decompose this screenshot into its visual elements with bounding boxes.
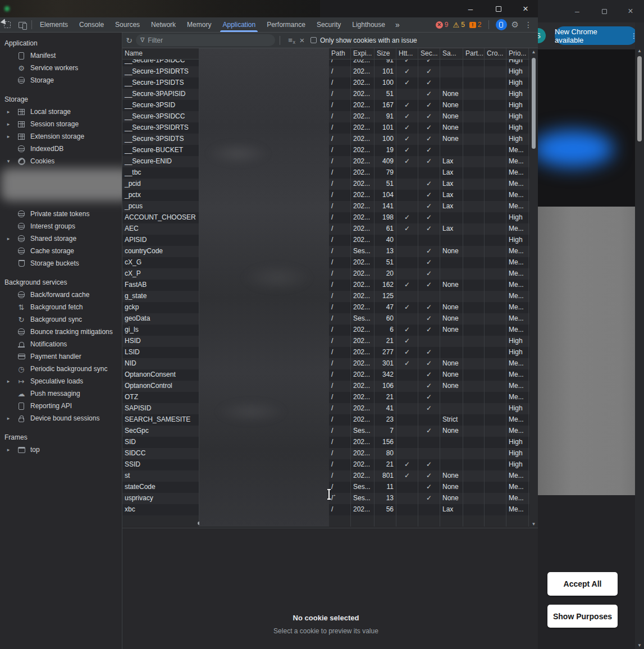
card-icon bbox=[17, 352, 26, 361]
cell bbox=[440, 77, 463, 89]
sidebar-item-periodic-background-sync[interactable]: ◷Periodic background sync bbox=[0, 363, 122, 375]
device-toolbar-button[interactable] bbox=[15, 17, 29, 32]
tab-application[interactable]: Application bbox=[217, 17, 261, 32]
cell: / bbox=[329, 235, 351, 246]
column-header-path[interactable]: Path bbox=[329, 48, 351, 59]
chevron-right-icon[interactable]: ▸ bbox=[4, 121, 12, 127]
column-header-cro[interactable]: Cro... bbox=[485, 48, 506, 59]
cell: ✓ bbox=[396, 470, 418, 482]
cell: 202... bbox=[351, 179, 374, 190]
cell bbox=[463, 347, 485, 358]
sidebar-item-background-fetch[interactable]: ⇅Background fetch bbox=[0, 301, 122, 313]
sidebar-item-interest-groups[interactable]: Interest groups bbox=[0, 220, 122, 232]
errors-badge[interactable]: ✕ 9 bbox=[436, 21, 449, 29]
cell bbox=[485, 66, 506, 77]
sidebar-item-back-forward-cache[interactable]: Back/forward cache bbox=[0, 289, 122, 301]
blurred-selected-cookie-domain[interactable] bbox=[0, 167, 122, 208]
tab-security[interactable]: Security bbox=[311, 17, 346, 32]
sidebar-item-indexeddb[interactable]: IndexedDB bbox=[0, 143, 122, 155]
vertical-scrollbar-thumb[interactable] bbox=[532, 58, 536, 149]
tab-memory[interactable]: Memory bbox=[181, 17, 217, 32]
vertical-scrollbar[interactable]: ▲ ▼ bbox=[529, 48, 538, 528]
sidebar-item-device-bound-sessions[interactable]: ▸Device bound sessions bbox=[0, 412, 122, 424]
accept-all-button[interactable]: Accept All bbox=[547, 572, 618, 596]
chevron-right-icon[interactable]: ▸ bbox=[4, 447, 12, 453]
page-scrollbar-thumb[interactable] bbox=[637, 56, 642, 141]
column-header-expi[interactable]: Expi... bbox=[351, 48, 374, 59]
sidebar-item-reporting-api[interactable]: Reporting API bbox=[0, 400, 122, 412]
issues-badge[interactable]: ! 2 bbox=[469, 21, 482, 29]
more-tabs-button[interactable]: » bbox=[391, 20, 404, 29]
issue-filter-checkbox[interactable] bbox=[310, 37, 317, 43]
tab-performance[interactable]: Performance bbox=[261, 17, 311, 32]
sidebar-item-cache-storage[interactable]: Cache storage bbox=[0, 245, 122, 257]
delete-all-cookies-button[interactable]: × bbox=[296, 35, 308, 45]
tab-elements[interactable]: Elements bbox=[34, 17, 74, 32]
sidebar-item-shared-storage[interactable]: ▸Shared storage bbox=[0, 232, 122, 245]
sidebar-item-background-sync[interactable]: ↻Background sync bbox=[0, 313, 122, 326]
sidebar-item-service-workers[interactable]: ⚙Service workers bbox=[0, 62, 122, 74]
chevron-right-icon[interactable]: ▸ bbox=[4, 236, 12, 241]
warnings-badge[interactable]: ⚠ 5 bbox=[453, 21, 465, 29]
devtools-close-button[interactable]: × bbox=[513, 0, 538, 17]
cell bbox=[463, 89, 485, 100]
cell bbox=[463, 156, 485, 167]
sidebar-item-top[interactable]: ▸top bbox=[0, 444, 122, 456]
new-chrome-available-button[interactable]: New Chrome available ⋮ bbox=[555, 26, 637, 45]
filter-placeholder: Filter bbox=[148, 36, 163, 44]
browser-minimize-button[interactable]: – bbox=[566, 0, 588, 22]
sidebar-item-label: Shared storage bbox=[30, 235, 76, 243]
maximize-icon bbox=[496, 6, 501, 12]
tab-console[interactable]: Console bbox=[74, 17, 109, 32]
inspect-element-button[interactable] bbox=[0, 17, 15, 32]
tab-network[interactable]: Network bbox=[145, 17, 181, 32]
devtools-minimize-button[interactable]: – bbox=[458, 0, 483, 17]
cell bbox=[463, 134, 485, 145]
sidebar-item-storage[interactable]: Storage bbox=[0, 74, 122, 86]
column-header-sa[interactable]: Sa... bbox=[440, 48, 463, 59]
devtools-menu-button[interactable]: ⋮ bbox=[523, 20, 536, 29]
sidebar-item-speculative-loads[interactable]: ▸↦Speculative loads bbox=[0, 375, 122, 387]
sidebar-item-private-state-tokens[interactable]: Private state tokens bbox=[0, 208, 122, 220]
browser-restore-button[interactable] bbox=[593, 0, 615, 22]
clear-filter-button[interactable]: ≡x bbox=[285, 36, 296, 44]
refresh-button[interactable]: ↻ bbox=[122, 36, 136, 45]
scroll-up-arrow-icon[interactable]: ▲ bbox=[529, 49, 538, 54]
page-scroll-down-icon[interactable]: ▼ bbox=[635, 643, 644, 648]
sidebar-item-bounce-tracking-mitigations[interactable]: Bounce tracking mitigations bbox=[0, 326, 122, 338]
sidebar-item-local-storage[interactable]: ▸Local storage bbox=[0, 106, 122, 118]
filter-input[interactable]: ∇ Filter bbox=[136, 34, 275, 46]
cell: High bbox=[506, 437, 529, 448]
sidebar-item-notifications[interactable]: Notifications bbox=[0, 338, 122, 350]
page-scroll-up-icon[interactable]: ▲ bbox=[635, 48, 644, 53]
sidebar-item-storage-buckets[interactable]: Storage buckets bbox=[0, 257, 122, 269]
sidebar-item-cookies[interactable]: ▾Cookies bbox=[0, 155, 122, 167]
show-purposes-button[interactable]: Show Purposes bbox=[547, 605, 618, 628]
tab-lighthouse[interactable]: Lighthouse bbox=[346, 17, 391, 32]
scroll-down-arrow-icon[interactable]: ▼ bbox=[529, 522, 538, 527]
sidebar-item-extension-storage[interactable]: ▸Extension storage bbox=[0, 130, 122, 143]
column-header-prio[interactable]: Prio... bbox=[506, 48, 529, 59]
companion-device-button[interactable] bbox=[496, 19, 507, 30]
column-header-name[interactable]: Name bbox=[122, 48, 199, 59]
column-header-htt[interactable]: Htt... bbox=[396, 48, 418, 59]
profile-avatar[interactable]: S bbox=[538, 28, 546, 43]
column-header-size[interactable]: Size bbox=[374, 48, 396, 59]
settings-gear-button[interactable]: ⚙ bbox=[511, 20, 519, 30]
chevron-down-icon[interactable]: ▾ bbox=[4, 158, 12, 164]
chevron-right-icon[interactable]: ▸ bbox=[4, 109, 12, 115]
column-header-sec[interactable]: Sec... bbox=[418, 48, 440, 59]
sidebar-item-session-storage[interactable]: ▸Session storage bbox=[0, 118, 122, 130]
browser-close-button[interactable]: × bbox=[619, 0, 642, 22]
cell: 21 bbox=[374, 392, 396, 403]
chevron-right-icon[interactable]: ▸ bbox=[4, 134, 12, 139]
chevron-right-icon[interactable]: ▸ bbox=[4, 378, 12, 384]
sidebar-item-manifest[interactable]: Manifest bbox=[0, 49, 122, 62]
sidebar-item-push-messaging[interactable]: ☁Push messaging bbox=[0, 387, 122, 400]
tab-sources[interactable]: Sources bbox=[109, 17, 145, 32]
chevron-right-icon[interactable]: ▸ bbox=[4, 415, 12, 421]
devtools-maximize-button[interactable] bbox=[486, 0, 511, 17]
page-scrollbar[interactable]: ▲ ▼ bbox=[635, 22, 644, 649]
column-header-part[interactable]: Part... bbox=[463, 48, 485, 59]
sidebar-item-payment-handler[interactable]: Payment handler bbox=[0, 350, 122, 363]
